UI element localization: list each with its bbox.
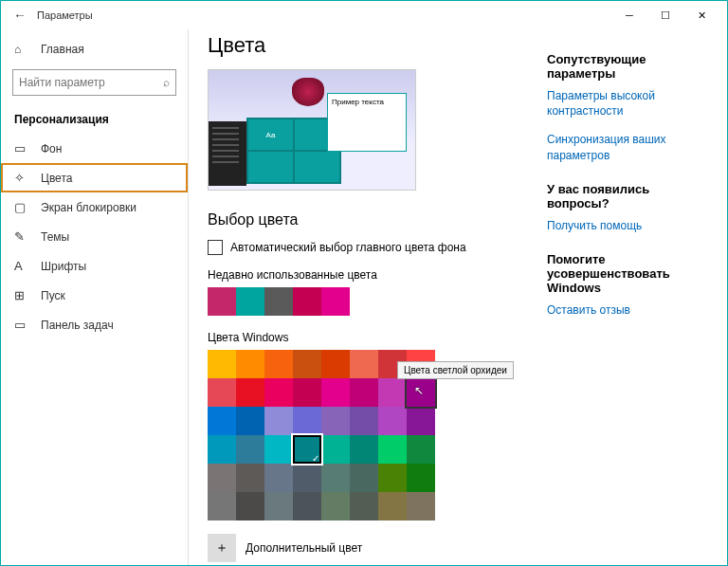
page-heading: Цвета <box>208 33 547 58</box>
color-swatch[interactable] <box>350 378 378 407</box>
checkbox-icon <box>208 240 223 255</box>
sidebar: ⌂ Главная ⌕ Персонализация ▭ Фон ✧ Цвета… <box>1 29 189 565</box>
preview-tile <box>248 152 293 182</box>
custom-color-button[interactable]: ＋ <box>208 534 236 562</box>
recent-colors-row <box>208 287 547 316</box>
color-swatch[interactable] <box>378 464 407 492</box>
color-swatch[interactable]: ↖ <box>407 378 435 407</box>
color-swatch[interactable] <box>407 464 435 492</box>
taskbar-icon: ▭ <box>14 318 31 332</box>
link-sync-settings[interactable]: Синхронизация ваших параметров <box>547 132 708 162</box>
minimize-button[interactable]: ─ <box>611 1 647 29</box>
color-swatch[interactable] <box>208 464 236 492</box>
sidebar-item-background[interactable]: ▭ Фон <box>1 134 188 163</box>
sidebar-item-colors[interactable]: ✧ Цвета <box>1 163 188 192</box>
sidebar-item-themes[interactable]: ✎ Темы <box>1 222 188 251</box>
questions-heading: У вас появились вопросы? <box>547 182 708 210</box>
color-swatch[interactable] <box>350 350 378 378</box>
color-swatch[interactable] <box>264 492 293 520</box>
color-swatch[interactable] <box>236 350 264 378</box>
color-swatch[interactable] <box>407 435 435 464</box>
color-swatch[interactable] <box>321 492 350 520</box>
link-high-contrast[interactable]: Параметры высокой контрастности <box>547 88 708 119</box>
related-panel: Сопутствующие параметры Параметры высоко… <box>547 33 708 546</box>
palette-icon: ✧ <box>14 171 31 185</box>
color-swatch[interactable] <box>236 378 264 407</box>
color-swatch[interactable] <box>350 464 378 492</box>
recent-color-swatch[interactable] <box>208 287 236 316</box>
sidebar-home-label: Главная <box>41 43 84 56</box>
color-swatch[interactable] <box>208 435 236 464</box>
color-swatch[interactable] <box>378 378 407 407</box>
recent-color-swatch[interactable] <box>236 287 264 316</box>
color-swatch[interactable] <box>264 435 293 464</box>
color-swatch[interactable] <box>293 378 321 407</box>
back-button[interactable]: ← <box>9 4 31 27</box>
color-swatch[interactable] <box>264 378 293 407</box>
theme-icon: ✎ <box>14 229 31 244</box>
sidebar-item-start[interactable]: ⊞ Пуск <box>1 281 188 310</box>
color-swatch[interactable] <box>378 435 407 464</box>
sidebar-item-fonts[interactable]: A Шрифты <box>1 251 188 281</box>
picture-icon: ▭ <box>14 141 31 155</box>
color-swatch[interactable] <box>293 350 321 378</box>
start-icon: ⊞ <box>14 288 31 302</box>
sidebar-home[interactable]: ⌂ Главная <box>1 37 188 62</box>
color-swatch[interactable] <box>378 492 407 520</box>
color-swatch[interactable] <box>293 464 321 492</box>
sidebar-item-label: Цвета <box>41 172 72 185</box>
sidebar-item-label: Панель задач <box>41 319 114 332</box>
color-swatch[interactable] <box>321 378 350 407</box>
sidebar-item-label: Шрифты <box>41 260 86 273</box>
color-swatch[interactable] <box>321 464 350 492</box>
color-swatch[interactable] <box>407 492 435 520</box>
recent-color-swatch[interactable] <box>321 287 350 316</box>
color-swatch[interactable] <box>407 407 435 435</box>
sidebar-section: Персонализация <box>1 103 188 134</box>
color-swatch[interactable] <box>208 378 236 407</box>
font-icon: A <box>14 259 31 273</box>
color-preview: Aa Пример текста <box>208 69 416 191</box>
color-swatch[interactable] <box>350 435 378 464</box>
color-swatch[interactable] <box>293 492 321 520</box>
preview-tile: Aa <box>248 119 293 150</box>
color-swatch[interactable] <box>264 464 293 492</box>
color-swatch[interactable] <box>208 407 236 435</box>
recent-color-swatch[interactable] <box>293 287 321 316</box>
color-swatch[interactable] <box>350 492 378 520</box>
auto-color-checkbox[interactable]: Автоматический выбор главного цвета фона <box>208 240 547 255</box>
color-tooltip: Цвета светлой орхидеи <box>397 361 514 379</box>
sidebar-item-label: Пуск <box>41 289 65 302</box>
close-button[interactable]: ✕ <box>683 1 719 29</box>
color-swatch[interactable] <box>321 350 350 378</box>
sidebar-item-lockscreen[interactable]: ▢ Экран блокировки <box>1 192 188 222</box>
color-swatch[interactable] <box>236 435 264 464</box>
sidebar-item-label: Темы <box>41 230 69 244</box>
color-swatch[interactable] <box>293 435 321 464</box>
color-swatch[interactable] <box>321 407 350 435</box>
search-input[interactable] <box>19 76 163 89</box>
color-swatch[interactable] <box>264 350 293 378</box>
search-icon: ⌕ <box>163 76 170 89</box>
link-feedback[interactable]: Оставить отзыв <box>547 302 708 318</box>
color-swatch[interactable] <box>208 350 236 378</box>
home-icon: ⌂ <box>14 43 31 56</box>
sidebar-item-taskbar[interactable]: ▭ Панель задач <box>1 310 188 339</box>
color-swatch[interactable] <box>321 435 350 464</box>
color-swatch[interactable] <box>264 407 293 435</box>
color-swatch[interactable] <box>236 464 264 492</box>
search-box[interactable]: ⌕ <box>12 69 176 96</box>
link-get-help[interactable]: Получить помощь <box>547 218 708 233</box>
color-swatch[interactable] <box>236 407 264 435</box>
color-swatch[interactable] <box>350 407 378 435</box>
improve-heading: Помогите усовершенствовать Windows <box>547 252 708 295</box>
color-swatch[interactable] <box>293 407 321 435</box>
color-swatch[interactable] <box>208 492 236 520</box>
sidebar-item-label: Фон <box>41 142 62 155</box>
recent-color-swatch[interactable] <box>264 287 293 316</box>
custom-color-label: Дополнительный цвет <box>246 541 362 555</box>
preview-tile <box>295 152 339 182</box>
maximize-button[interactable]: ☐ <box>647 1 683 29</box>
color-swatch[interactable] <box>378 407 407 435</box>
color-swatch[interactable] <box>236 492 264 520</box>
